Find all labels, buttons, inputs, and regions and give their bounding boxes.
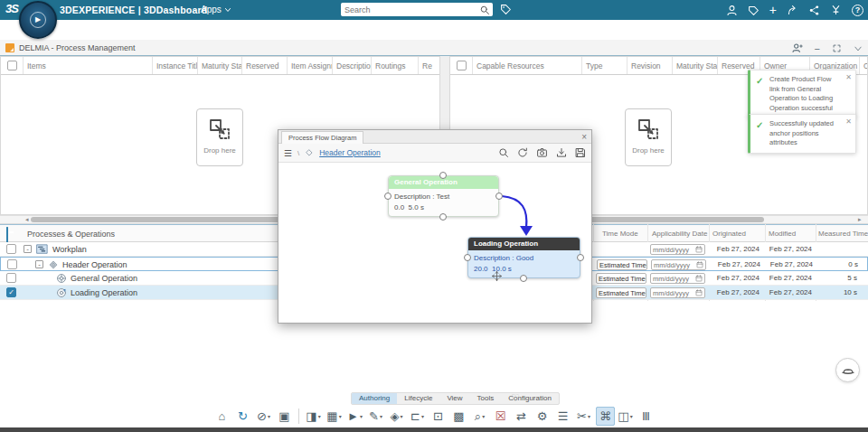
row-checkbox[interactable]	[6, 273, 16, 283]
diagram-canvas[interactable]: General Operation Description : Test 0.0…	[278, 163, 591, 323]
applicability-date-input[interactable]	[650, 273, 705, 284]
minimize-icon[interactable]: −	[815, 44, 820, 53]
drop-zone[interactable]: Drop here	[625, 108, 672, 166]
node-anchor[interactable]	[577, 254, 584, 261]
node-anchor[interactable]	[495, 193, 503, 200]
tab-tools[interactable]: Tools	[470, 393, 502, 404]
3dcompass[interactable]: ▶	[19, 1, 57, 39]
process-flow-icon[interactable]: ⌘	[596, 407, 615, 426]
share-user-icon[interactable]	[791, 42, 803, 54]
tab-authoring[interactable]: Authoring	[352, 393, 397, 404]
measure-cut-icon[interactable]: ✂▾	[574, 407, 593, 426]
date-field[interactable]	[654, 261, 692, 269]
share-icon[interactable]	[808, 5, 820, 16]
node-title[interactable]: Loading Operation	[468, 238, 580, 250]
applicability-date-input[interactable]	[650, 244, 705, 255]
breadcrumb-link[interactable]: Header Operation	[319, 148, 381, 157]
maximize-icon[interactable]	[832, 43, 842, 53]
tab-configuration[interactable]: Configuration	[501, 393, 559, 404]
column-header[interactable]: Capable Resources	[473, 57, 582, 74]
row-label[interactable]: General Operation	[71, 274, 137, 283]
column-header[interactable]: Description	[333, 57, 372, 74]
global-search[interactable]	[341, 3, 493, 16]
node-anchor[interactable]	[384, 193, 392, 200]
duplicate-icon[interactable]: ▩	[449, 407, 468, 426]
assistant-button[interactable]	[835, 358, 860, 382]
snapshot-icon[interactable]	[536, 147, 548, 158]
collapse-toggle[interactable]: -	[24, 245, 32, 253]
process-table-title[interactable]: Processes & Operations	[27, 230, 115, 239]
row-checkbox[interactable]	[6, 244, 16, 254]
dialog-title-bar[interactable]: Process Flow Diagram ×	[278, 130, 591, 144]
search-icon[interactable]	[479, 5, 490, 15]
row-label[interactable]: Workplan	[52, 245, 87, 254]
zoom-fit-icon[interactable]	[498, 147, 509, 158]
column-header[interactable]: Measured Time	[818, 230, 868, 238]
column-header[interactable]: Time Mode	[602, 230, 638, 238]
layers-icon[interactable]: ◈▾	[387, 407, 406, 426]
close-icon[interactable]: ✕	[845, 117, 852, 126]
time-mode-select[interactable]: Estimated Time▾	[596, 287, 646, 298]
profile-icon[interactable]	[726, 5, 738, 16]
barcode-icon[interactable]: Ⅲ	[637, 407, 656, 426]
date-field[interactable]	[653, 246, 691, 254]
compass-play-icon[interactable]: ▶	[30, 12, 46, 28]
search-input[interactable]	[341, 5, 479, 14]
favorites-heart-icon[interactable]: ♡	[511, 392, 520, 404]
collapse-toggle[interactable]: -	[35, 260, 43, 268]
date-field[interactable]	[653, 275, 691, 283]
undo-icon[interactable]: ↻	[233, 407, 252, 426]
column-header[interactable]: Instance Title	[153, 57, 198, 74]
date-field[interactable]	[653, 289, 691, 297]
applicability-date-input[interactable]	[650, 287, 705, 298]
time-mode-select[interactable]: Estimated Time▾	[596, 273, 646, 284]
column-header[interactable]: Maturity State	[673, 57, 718, 74]
collapse-icon[interactable]	[854, 44, 863, 53]
forward-icon[interactable]	[787, 5, 798, 16]
drop-zone[interactable]: Drop here	[196, 108, 243, 166]
column-header[interactable]: Revision	[627, 57, 673, 74]
list-view-icon[interactable]: ☰	[553, 407, 572, 426]
column-header[interactable]: Applicability Date	[652, 230, 707, 238]
tag-scan-icon[interactable]	[500, 4, 512, 15]
link-icon[interactable]: ⊡	[429, 407, 448, 426]
close-icon[interactable]: ×	[581, 131, 587, 143]
save-icon[interactable]	[575, 147, 586, 158]
delete-table-icon[interactable]: ☒	[491, 407, 510, 426]
search-related-icon[interactable]: ⌕▾	[470, 407, 489, 426]
calendar-icon[interactable]	[695, 275, 703, 282]
reload-icon[interactable]	[517, 147, 528, 158]
help-icon[interactable]: ?	[852, 5, 863, 16]
scroll-right-icon[interactable]: ▸	[858, 216, 862, 223]
column-header[interactable]: Re	[419, 57, 439, 74]
select-all-checkbox[interactable]	[7, 61, 17, 70]
gantt-icon[interactable]: ▦▾	[325, 407, 344, 426]
assign-icon[interactable]: ►▾	[345, 407, 364, 426]
node-loading-operation[interactable]: Loading Operation Description : Good 20.…	[467, 237, 580, 278]
tab-lifecycle[interactable]: Lifecycle	[397, 393, 439, 404]
dialog-tab[interactable]: Process Flow Diagram	[281, 131, 363, 144]
row-label[interactable]: Loading Operation	[71, 288, 137, 297]
edit-attributes-icon[interactable]: ✎▾	[366, 407, 385, 426]
hide-icon[interactable]: ⊘▾	[254, 407, 273, 426]
node-anchor[interactable]	[520, 275, 527, 282]
swym-icon[interactable]	[830, 5, 842, 16]
column-header[interactable]: Maturity State	[198, 57, 242, 74]
apps-menu[interactable]: Apps	[201, 5, 231, 14]
column-header[interactable]: Originated	[712, 230, 746, 238]
column-header[interactable]: Type	[582, 57, 627, 74]
node-anchor[interactable]	[464, 254, 471, 261]
column-header[interactable]: Ori	[860, 57, 867, 74]
resource-icon[interactable]: ▣	[275, 407, 294, 426]
gear-update-icon[interactable]: ⚙	[533, 407, 552, 426]
row-checkbox[interactable]: ✓	[6, 287, 16, 297]
home-icon[interactable]: ⌂	[212, 407, 231, 426]
column-header[interactable]: Reserved	[242, 57, 288, 74]
node-general-operation[interactable]: General Operation Description : Test 0.0…	[388, 175, 499, 217]
column-header[interactable]: Routings	[372, 57, 419, 74]
calendar-icon[interactable]	[695, 289, 703, 296]
download-icon[interactable]	[556, 147, 567, 158]
node-anchor[interactable]	[439, 172, 447, 179]
node-anchor[interactable]	[439, 213, 447, 221]
column-header[interactable]: Item Assignme...	[288, 57, 333, 74]
